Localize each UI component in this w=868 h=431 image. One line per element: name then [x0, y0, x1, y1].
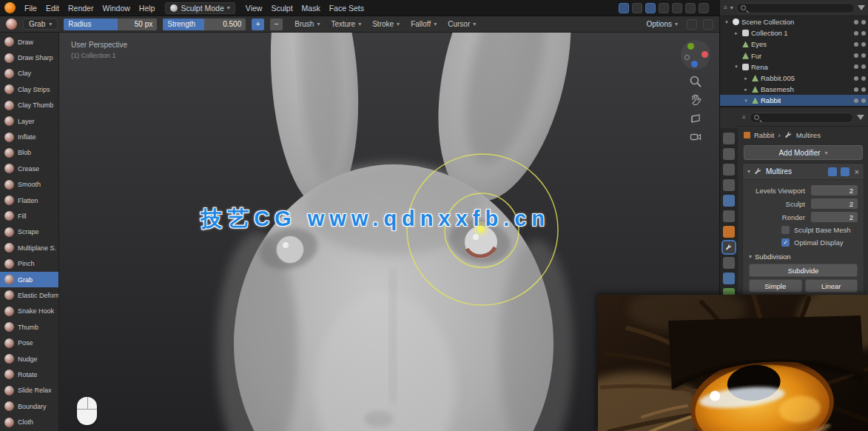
simple-button[interactable]: Simple — [749, 279, 802, 293]
tab-render-icon[interactable] — [723, 148, 735, 160]
editor-type-icon[interactable]: ≡ — [724, 4, 727, 11]
disclosure-icon[interactable]: ▾ — [747, 168, 750, 175]
brush-item[interactable]: Rotate — [0, 367, 58, 382]
menu-item[interactable]: Help — [135, 2, 160, 14]
brush-item[interactable]: Snake Hook — [0, 304, 58, 319]
checkbox-row[interactable]: Sculpt Base Mesh — [749, 224, 858, 236]
overlays-icon[interactable] — [659, 3, 669, 13]
popover-button[interactable]: Stroke ▾ — [372, 20, 400, 28]
disclosure-icon[interactable]: ▸ — [733, 30, 740, 36]
checkbox[interactable] — [781, 226, 790, 234]
strength-slider[interactable]: Strength 0.500 — [163, 19, 246, 30]
display-render-icon[interactable] — [841, 167, 850, 176]
filter-icon[interactable] — [857, 115, 864, 120]
disable-render-icon[interactable] — [861, 20, 866, 24]
menu-item[interactable]: Render — [64, 2, 98, 14]
outliner-row[interactable]: Fur — [720, 50, 868, 61]
outliner-row[interactable]: Eyes — [720, 39, 868, 50]
brush-item[interactable]: Elastic Deform — [0, 287, 58, 303]
perspective-toggle-icon[interactable] — [689, 112, 702, 125]
hide-viewport-icon[interactable] — [854, 53, 858, 58]
mode-selector[interactable]: Sculpt Mode ▾ — [165, 2, 235, 14]
hide-viewport-icon[interactable] — [854, 64, 858, 69]
disclosure-icon[interactable]: ▸ — [742, 76, 750, 81]
close-icon[interactable]: × — [855, 167, 859, 176]
proportional-edit-icon[interactable] — [645, 3, 656, 13]
add-modifier-dropdown[interactable]: Add Modifier ▾ — [744, 145, 863, 160]
brush-datablock-selector[interactable]: Grab ▾ — [23, 19, 58, 30]
menu-item[interactable]: Window — [98, 2, 134, 14]
display-viewport-icon[interactable] — [828, 167, 837, 176]
outliner-row[interactable]: ▸ Basemesh — [720, 84, 868, 95]
brush-item[interactable]: Scrape — [0, 224, 58, 240]
popover-button[interactable]: Cursor ▾ — [448, 20, 476, 28]
radius-slider[interactable]: Radius 50 px — [64, 19, 157, 30]
disclosure-icon[interactable]: ▾ — [723, 19, 730, 25]
breadcrumb-object[interactable]: Rabbit — [754, 131, 774, 139]
filter-icon[interactable] — [858, 5, 865, 10]
brush-item[interactable]: Clay — [0, 66, 58, 81]
tab-particles-icon[interactable] — [723, 257, 735, 269]
field-value[interactable]: 2 — [811, 185, 858, 196]
axis-neg-handle[interactable] — [684, 55, 690, 60]
brush-item[interactable]: Fill — [0, 208, 58, 224]
overlay-toggle-icon[interactable] — [703, 19, 713, 30]
tab-world-icon[interactable] — [723, 210, 735, 222]
gizmo-toggle-icon[interactable] — [687, 19, 697, 30]
outliner-row[interactable]: ▾ Rena — [720, 61, 868, 73]
outliner-row[interactable]: ▸ Rabbit.005 — [720, 73, 868, 84]
brush-item[interactable]: Thumb — [0, 319, 58, 335]
popover-button[interactable]: Brush ▾ — [295, 20, 320, 28]
axis-y-handle[interactable] — [687, 43, 694, 50]
viewport-menu-item[interactable]: View — [241, 2, 267, 14]
tab-view-layer-icon[interactable] — [723, 179, 735, 191]
hide-viewport-icon[interactable] — [854, 20, 858, 24]
pan-hand-icon[interactable] — [689, 93, 702, 107]
active-brush-icon[interactable] — [6, 19, 17, 30]
brush-item[interactable]: Draw Sharp — [0, 50, 58, 65]
editor-type-icon[interactable]: ≡ — [742, 114, 746, 121]
shading-rendered-icon[interactable] — [699, 3, 709, 13]
popover-button[interactable]: Falloff ▾ — [411, 20, 437, 28]
brush-item[interactable]: Nudge — [0, 351, 58, 367]
outliner-row[interactable]: ▾ Scene Collection — [720, 16, 868, 27]
disable-render-icon[interactable] — [861, 31, 866, 36]
field-value[interactable]: 2 — [811, 212, 858, 222]
viewport-menu-item[interactable]: Face Sets — [325, 2, 369, 14]
blender-logo-icon[interactable] — [4, 2, 16, 13]
hide-viewport-icon[interactable] — [854, 76, 858, 81]
direction-subtract-button[interactable]: − — [270, 19, 283, 30]
disable-render-icon[interactable] — [861, 76, 866, 81]
menu-item[interactable]: File — [20, 2, 41, 14]
options-popover[interactable]: Options ▾ — [647, 20, 678, 28]
breadcrumb-modifier[interactable]: Multires — [796, 131, 821, 139]
disable-render-icon[interactable] — [861, 53, 866, 58]
brush-item[interactable]: Flatten — [0, 193, 58, 208]
disclosure-icon[interactable]: ▾ — [733, 64, 740, 70]
brush-item[interactable]: Multiplane S. — [0, 240, 58, 255]
brush-item[interactable]: Crease — [0, 161, 58, 176]
hide-viewport-icon[interactable] — [854, 98, 858, 103]
brush-item[interactable]: Boundary — [0, 398, 58, 414]
checkbox-row[interactable]: Optimal Display — [749, 236, 858, 249]
zoom-icon[interactable] — [689, 75, 702, 88]
brush-item[interactable]: Clay Strips — [0, 81, 58, 97]
viewport-menu-item[interactable]: Sculpt — [266, 2, 297, 14]
brush-item[interactable]: Smooth — [0, 177, 58, 193]
tab-tool-icon[interactable] — [723, 133, 735, 144]
hide-viewport-icon[interactable] — [854, 42, 858, 47]
brush-item[interactable]: Clay Thumb — [0, 98, 58, 113]
brush-item[interactable]: Blob — [0, 145, 58, 161]
brush-item[interactable]: Inflate — [0, 129, 58, 144]
outliner-row[interactable]: ▸ Collection 1 — [720, 27, 868, 39]
brush-item[interactable]: Layer — [0, 113, 58, 129]
disclosure-icon[interactable]: ▸ — [742, 87, 750, 93]
disable-render-icon[interactable] — [861, 64, 866, 69]
properties-search-input[interactable] — [750, 113, 853, 123]
axis-z-handle[interactable] — [691, 61, 698, 67]
disclosure-icon[interactable]: ▾ — [742, 98, 750, 104]
hide-viewport-icon[interactable] — [854, 87, 858, 92]
camera-view-icon[interactable] — [689, 130, 702, 144]
menu-item[interactable]: Edit — [41, 2, 64, 14]
tab-scene-icon[interactable] — [723, 195, 735, 207]
